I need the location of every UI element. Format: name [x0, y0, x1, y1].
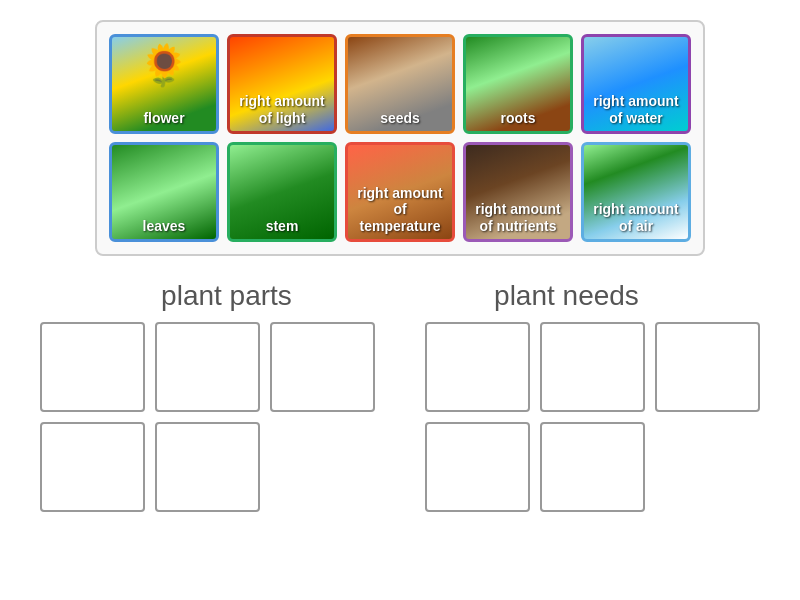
drop-zone[interactable] [155, 322, 260, 412]
plant-needs-title: plant needs [494, 280, 639, 312]
plant-parts-row-1 [40, 322, 375, 412]
card-leaves-label: leaves [139, 214, 190, 239]
card-seeds[interactable]: seeds [345, 34, 455, 134]
plant-needs-row-2 [425, 422, 760, 512]
card-temperature-label: right amountof temperature [348, 181, 452, 239]
card-stem-label: stem [262, 214, 303, 239]
card-nutrients[interactable]: right amountof nutrients [463, 142, 573, 242]
drop-zone[interactable] [540, 422, 645, 512]
plant-parts-row-2 [40, 422, 375, 512]
drop-zones-container [20, 322, 780, 512]
card-air[interactable]: right amountof air [581, 142, 691, 242]
card-flower[interactable]: flower [109, 34, 219, 134]
drop-zone[interactable] [540, 322, 645, 412]
card-leaves[interactable]: leaves [109, 142, 219, 242]
card-stem[interactable]: stem [227, 142, 337, 242]
card-row-2: leaves stem right amountof temperature r… [109, 142, 691, 242]
plant-parts-title: plant parts [161, 280, 292, 312]
plant-parts-drop-zones [40, 322, 375, 512]
drop-zone[interactable] [425, 422, 530, 512]
card-water[interactable]: right amountof water [581, 34, 691, 134]
drop-zone[interactable] [40, 322, 145, 412]
card-temperature[interactable]: right amountof temperature [345, 142, 455, 242]
drop-zone[interactable] [270, 322, 375, 412]
drop-zone[interactable] [155, 422, 260, 512]
drop-zone[interactable] [425, 322, 530, 412]
card-roots[interactable]: roots [463, 34, 573, 134]
card-grid: flower right amountof light seeds roots … [95, 20, 705, 256]
drop-zone[interactable] [40, 422, 145, 512]
card-flower-label: flower [139, 106, 188, 131]
main-container: flower right amountof light seeds roots … [0, 0, 800, 532]
drop-zone[interactable] [655, 322, 760, 412]
card-water-label: right amountof water [589, 89, 683, 131]
card-air-label: right amountof air [589, 197, 683, 239]
card-light-label: right amountof light [235, 89, 329, 131]
card-row-1: flower right amountof light seeds roots … [109, 34, 691, 134]
plant-needs-drop-zones [425, 322, 760, 512]
categories: plant parts plant needs [60, 280, 740, 312]
card-light[interactable]: right amountof light [227, 34, 337, 134]
card-seeds-label: seeds [376, 106, 424, 131]
card-nutrients-label: right amountof nutrients [471, 197, 565, 239]
plant-needs-row-1 [425, 322, 760, 412]
card-roots-label: roots [497, 106, 540, 131]
